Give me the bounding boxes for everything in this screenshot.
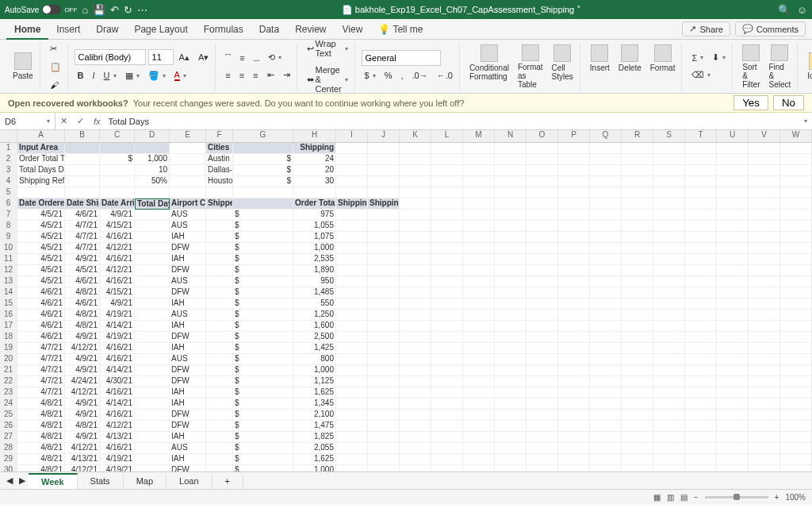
cell[interactable] [653,343,685,354]
cell[interactable]: IAH [170,398,206,410]
cell[interactable] [622,310,653,321]
cell[interactable]: Total Days Delivery Goal [17,165,65,176]
cell[interactable]: 2,535 [293,254,336,265]
cell[interactable] [495,310,527,321]
row-header[interactable]: 29 [0,454,17,465]
cell[interactable] [65,187,100,198]
cell[interactable] [400,165,431,176]
cell[interactable] [463,165,495,176]
cell[interactable] [749,221,780,232]
cell[interactable] [717,243,749,254]
cell[interactable] [368,354,400,365]
cell[interactable] [749,287,780,298]
cell[interactable] [368,210,400,221]
cell[interactable] [749,165,780,176]
cell[interactable] [653,454,685,465]
cell[interactable] [368,143,400,154]
cell[interactable] [170,176,206,187]
autosave-toggle[interactable] [42,5,61,14]
tab-home[interactable]: Home [6,19,48,40]
cell[interactable] [368,365,400,376]
cell[interactable] [431,310,463,321]
cell[interactable] [780,465,812,471]
copy-icon[interactable]: 📋 [47,60,64,75]
tab-formulas[interactable]: Formulas [196,19,251,40]
row-header[interactable]: 28 [0,443,17,454]
cell[interactable]: 4/14/21 [100,365,135,376]
cell[interactable] [558,143,590,154]
cell[interactable] [368,321,400,332]
cell[interactable] [590,332,622,343]
cell[interactable] [527,187,558,198]
cell[interactable] [368,232,400,243]
cell[interactable] [336,443,368,454]
cell[interactable] [495,221,527,232]
cell[interactable]: 2,500 [293,332,336,343]
cell[interactable] [463,343,495,354]
cell[interactable]: 800 [293,354,336,365]
cell[interactable] [368,287,400,298]
cell[interactable] [749,243,780,254]
cell[interactable] [336,332,368,343]
cell[interactable] [527,465,558,471]
cell[interactable]: 4/12/21 [65,387,100,398]
formula-input[interactable]: Total Days [105,117,802,126]
cell[interactable]: 4/15/21 [100,221,135,232]
cell[interactable] [590,354,622,365]
cell[interactable] [495,187,527,198]
cell[interactable] [653,221,685,232]
cell[interactable]: 550 [293,298,336,310]
cell[interactable] [368,343,400,354]
cell[interactable] [558,432,590,443]
cell[interactable] [780,398,812,410]
cell[interactable] [100,176,135,187]
cell[interactable] [590,432,622,443]
column-header[interactable]: J [368,130,400,142]
cell[interactable] [622,387,653,398]
cell[interactable] [368,243,400,254]
cell[interactable] [135,387,170,398]
cell[interactable]: 4/12/21 [100,243,135,254]
cell[interactable]: 4/16/21 [100,232,135,243]
row-header[interactable]: 13 [0,276,17,287]
cell[interactable] [431,332,463,343]
cell[interactable] [685,265,717,276]
cell[interactable] [336,410,368,421]
comments-button[interactable]: 💬 Comments [735,21,806,37]
home-icon[interactable]: ⌂ [82,4,88,16]
cell[interactable] [685,421,717,432]
cell[interactable] [233,187,293,198]
cell[interactable] [170,187,206,198]
cell[interactable] [431,265,463,276]
cell[interactable] [206,321,233,332]
cell[interactable] [685,465,717,471]
cell[interactable] [463,254,495,265]
cell[interactable] [463,287,495,298]
cell[interactable] [336,232,368,243]
cell[interactable] [749,376,780,387]
cell[interactable] [65,165,100,176]
cell[interactable] [400,398,431,410]
cell[interactable]: 4/5/21 [17,265,65,276]
cell[interactable]: DFW [170,421,206,432]
row-header[interactable]: 8 [0,221,17,232]
cell[interactable] [206,210,233,221]
cell[interactable]: 1,075 [293,232,336,243]
align-left-icon[interactable]: ≡ [222,68,233,83]
cell[interactable] [590,454,622,465]
merge-center-button[interactable]: ⬌ Merge & Center▾ [304,63,351,96]
cell[interactable] [135,454,170,465]
cell[interactable] [622,265,653,276]
cell[interactable]: 4/5/21 [17,232,65,243]
cell[interactable] [749,232,780,243]
cell[interactable] [400,187,431,198]
row-header[interactable]: 3 [0,165,17,176]
cell[interactable] [135,421,170,432]
cell[interactable] [135,398,170,410]
cell[interactable] [527,298,558,310]
cell[interactable] [463,332,495,343]
cell[interactable]: 24 [293,154,336,165]
cell[interactable] [780,221,812,232]
cell[interactable] [558,454,590,465]
cell[interactable]: 4/19/21 [100,454,135,465]
